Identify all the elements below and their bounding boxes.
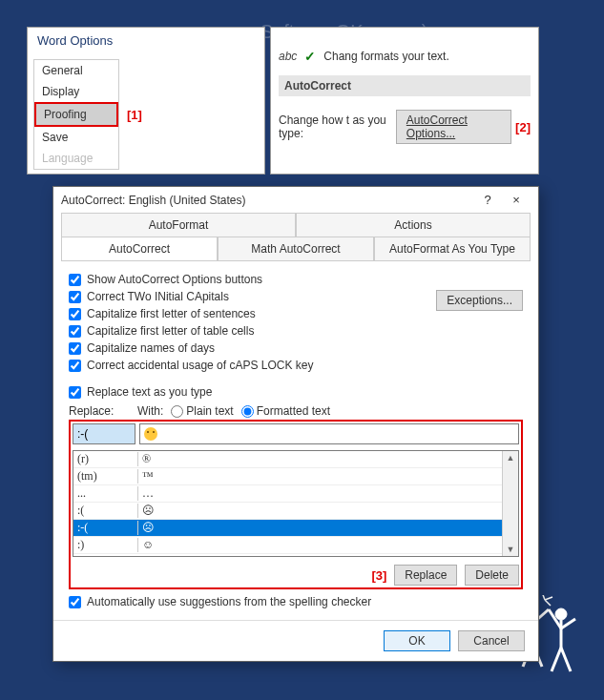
chk-sentences[interactable]: [69, 308, 81, 320]
delete-button[interactable]: Delete: [465, 565, 519, 586]
svg-line-9: [561, 619, 575, 628]
replacement-list[interactable]: (r)® (tm)™ ...… :(☹ :-(☹ :)☺ ▲ ▼: [73, 450, 519, 557]
tab-autocorrect[interactable]: AutoCorrect: [61, 237, 218, 261]
lbl-sentences: Capitalize first letter of sentences: [87, 307, 256, 320]
lbl-replace-type: Replace text as you type: [87, 385, 212, 399]
chk-days[interactable]: [69, 342, 81, 355]
annotation-1: [1]: [127, 108, 142, 122]
lbl-days: Capitalize names of days: [87, 341, 215, 355]
nav-language[interactable]: Language: [34, 148, 118, 169]
chk-show-buttons[interactable]: [69, 274, 81, 286]
nav-display[interactable]: Display: [34, 81, 118, 102]
svg-line-11: [561, 648, 571, 671]
scroll-down-icon[interactable]: ▼: [505, 543, 517, 556]
replace-label: Replace:: [69, 404, 134, 418]
list-row: :(☹: [73, 503, 502, 520]
with-input[interactable]: [139, 423, 519, 444]
list-row: ...…: [73, 485, 502, 503]
replace-input[interactable]: [73, 423, 135, 444]
chk-capslock[interactable]: [69, 360, 81, 372]
svg-line-12: [545, 597, 552, 600]
checkmark-icon: ✓: [304, 49, 316, 64]
radio-plain-text[interactable]: [171, 405, 183, 418]
lbl-formatted-text: Formatted text: [257, 404, 330, 418]
svg-line-13: [542, 595, 545, 600]
lbl-show-buttons: Show AutoCorrect Options buttons: [87, 273, 262, 286]
exceptions-button[interactable]: Exceptions...: [436, 290, 523, 311]
nav-proofing[interactable]: Proofing: [34, 102, 118, 127]
with-label: With:: [137, 404, 163, 418]
abc-icon: abc: [279, 50, 297, 63]
dialog-title: AutoCorrect: English (United States): [61, 194, 473, 207]
list-row-selected: :-(☹: [73, 520, 502, 537]
autocorrect-options-button[interactable]: AutoCorrect Options...: [396, 110, 511, 144]
change-formats-text: Chang formats your text.: [323, 50, 448, 63]
annotation-2: [2]: [515, 120, 531, 134]
replace-area-highlight: (r)® (tm)™ ...… :(☹ :-(☹ :)☺ ▲ ▼ [3] Rep…: [69, 420, 523, 589]
lbl-plain-text: Plain text: [186, 404, 233, 418]
cancel-button[interactable]: Cancel: [458, 630, 525, 651]
autocorrect-section-head: AutoCorrect: [279, 75, 531, 96]
tab-autoformat[interactable]: AutoFormat: [61, 213, 296, 237]
list-row: (r)®: [73, 451, 502, 468]
word-options-title: Word Options: [28, 28, 264, 53]
svg-line-10: [552, 648, 561, 671]
replace-button[interactable]: Replace: [394, 565, 457, 586]
tab-math-autocorrect[interactable]: Math AutoCorrect: [218, 237, 374, 261]
sad-face-icon: [144, 427, 157, 441]
lbl-two-caps: Correct TWo INitial CApitals: [87, 290, 229, 303]
list-row: :)☺: [73, 537, 502, 554]
lbl-spelling: Automatically use suggestions from the s…: [87, 595, 371, 608]
options-nav-list: General Display Proofing Save Language: [33, 59, 119, 170]
ok-button[interactable]: OK: [384, 630, 450, 651]
list-row: (tm)™: [73, 468, 502, 485]
lbl-tables: Capitalize first letter of table cells: [87, 324, 254, 338]
lbl-capslock: Correct accidental usage of cAPS LOCK ke…: [87, 359, 313, 372]
list-scrollbar[interactable]: ▲ ▼: [502, 451, 518, 556]
chk-tables[interactable]: [69, 325, 81, 338]
svg-line-14: [545, 600, 551, 606]
change-how-label: Change how t as you type:: [279, 113, 392, 140]
radio-formatted-text[interactable]: [241, 405, 254, 418]
chk-replace-type[interactable]: [69, 386, 81, 399]
autocorrect-dialog: AutoCorrect: English (United States) ? ×…: [52, 186, 539, 662]
autocorrect-options-panel: abc ✓ Chang formats your text. AutoCorre…: [270, 27, 539, 175]
svg-point-6: [555, 608, 567, 620]
chk-spelling[interactable]: [69, 596, 81, 608]
close-button[interactable]: ×: [502, 193, 531, 207]
nav-save[interactable]: Save: [34, 127, 118, 148]
chk-two-caps[interactable]: [69, 291, 81, 303]
scroll-up-icon[interactable]: ▲: [505, 451, 517, 464]
annotation-3: [3]: [371, 568, 386, 583]
tab-actions[interactable]: Actions: [296, 213, 531, 237]
tab-autoformat-as-you-type[interactable]: AutoFormat As You Type: [374, 237, 531, 261]
nav-general[interactable]: General: [34, 60, 118, 81]
help-button[interactable]: ?: [473, 193, 502, 207]
word-options-panel: Word Options General Display Proofing Sa…: [27, 27, 265, 175]
